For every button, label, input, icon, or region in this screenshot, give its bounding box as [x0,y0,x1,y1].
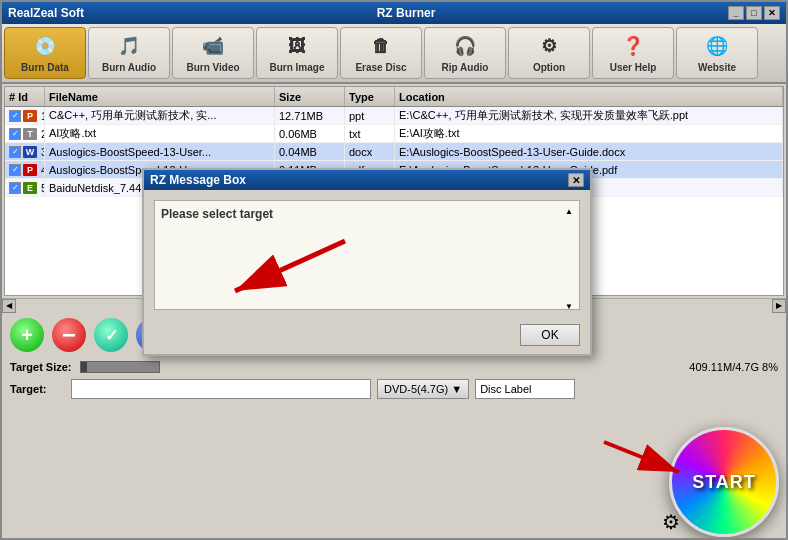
progress-text: 409.11M/4.7G 8% [689,361,778,373]
maximize-button[interactable]: □ [746,6,762,20]
file-icon-doc-3: W [23,146,37,158]
table-row[interactable]: ✓ W 3 Auslogics-BoostSpeed-13-User... 0.… [5,143,783,161]
target-size-label: Target Size: [10,361,72,373]
cell-type-2: txt [345,125,395,142]
col-header-type: Type [345,87,395,106]
burn-audio-icon: 🎵 [114,33,144,59]
file-icon-pdf-4: P [23,164,37,176]
title-bar: RealZeal Soft RZ Burner _ □ ✕ [2,2,786,24]
disc-label-input[interactable] [475,379,575,399]
check-button[interactable]: ✓ [94,318,128,352]
user-help-label: User Help [610,62,657,73]
dialog-title-text: RZ Message Box [150,173,246,187]
row-checkbox-2[interactable]: ✓ [9,128,21,140]
start-button-label: START [692,472,756,493]
cell-location-1: E:\C&C++, 巧用单元测试新技术, 实现开发质量效率飞跃.ppt [395,107,783,124]
dialog-scroll-down[interactable]: ▼ [565,302,573,310]
burn-data-icon: 💿 [30,33,60,59]
cell-filename-3: Auslogics-BoostSpeed-13-User... [45,143,275,160]
burn-image-label: Burn Image [269,62,324,73]
row-checkbox-5[interactable]: ✓ [9,182,21,194]
cell-size-1: 12.71MB [275,107,345,124]
cell-size-2: 0.06MB [275,125,345,142]
add-file-button[interactable]: + [10,318,44,352]
option-button[interactable]: ⚙ Option [508,27,590,79]
dialog-scroll-up[interactable]: ▲ [565,207,573,216]
minimize-button[interactable]: _ [728,6,744,20]
target-label: Target: [10,383,65,395]
cell-id-4: ✓ P 4 [5,161,45,178]
table-row[interactable]: ✓ P 1 C&C++, 巧用单元测试新技术, 实... 12.71MB ppt… [5,107,783,125]
progress-bar-container [80,361,160,373]
user-help-button[interactable]: ❓ User Help [592,27,674,79]
rip-audio-button[interactable]: 🎧 Rip Audio [424,27,506,79]
target-input[interactable] [71,379,371,399]
option-icon: ⚙ [534,33,564,59]
erase-disc-icon: 🗑 [366,33,396,59]
erase-disc-button[interactable]: 🗑 Erase Disc [340,27,422,79]
svg-line-3 [604,442,679,472]
website-label: Website [698,62,736,73]
toolbar: 💿 Burn Data 🎵 Burn Audio 📹 Burn Video 🖼 … [2,24,786,84]
rip-audio-label: Rip Audio [442,62,489,73]
col-header-id: # Id [5,87,45,106]
app-vendor: RealZeal Soft [8,6,84,20]
erase-disc-label: Erase Disc [355,62,406,73]
target-bar: Target: DVD-5(4.7G) ▼ [2,376,786,402]
status-bar: Target Size: 409.11M/4.7G 8% [2,358,786,376]
start-area: START ⚙ [654,412,784,540]
target-dropdown-label: DVD-5(4.7G) ▼ [384,383,462,395]
burn-video-icon: 📹 [198,33,228,59]
row-checkbox-4[interactable]: ✓ [9,164,21,176]
burn-image-button[interactable]: 🖼 Burn Image [256,27,338,79]
file-icon-ppt-1: P [23,110,37,122]
cell-id-5: ✓ E 5 [5,179,45,196]
scroll-right-button[interactable]: ▶ [772,299,786,313]
dialog-close-button[interactable]: ✕ [568,173,584,187]
burn-data-label: Burn Data [21,62,69,73]
dialog-ok-button[interactable]: OK [520,324,580,346]
app-title: RZ Burner [377,6,436,20]
main-content: # Id FileName Size Type Location ✓ P 1 C… [2,86,786,540]
close-window-button[interactable]: ✕ [764,6,780,20]
website-icon: 🌐 [702,33,732,59]
user-help-icon: ❓ [618,33,648,59]
row-checkbox-3[interactable]: ✓ [9,146,21,158]
cell-location-2: E:\AI攻略.txt [395,125,783,142]
burn-image-icon: 🖼 [282,33,312,59]
burn-audio-button[interactable]: 🎵 Burn Audio [88,27,170,79]
progress-bar-fill [81,362,87,372]
dialog-text-area: Please select target ▲ ▼ [154,200,580,310]
scroll-left-button[interactable]: ◀ [2,299,16,313]
burn-data-button[interactable]: 💿 Burn Data [4,27,86,79]
row-checkbox-1[interactable]: ✓ [9,110,21,122]
dialog-arrow-icon [205,231,365,310]
burn-video-button[interactable]: 📹 Burn Video [172,27,254,79]
dialog-footer: OK [144,320,590,354]
remove-file-button[interactable]: − [52,318,86,352]
message-dialog: RZ Message Box ✕ Please select target ▲ [142,168,592,356]
cell-type-3: docx [345,143,395,160]
cell-location-3: E:\Auslogics-BoostSpeed-13-User-Guide.do… [395,143,783,160]
file-icon-exe-5: E [23,182,37,194]
option-label: Option [533,62,565,73]
table-row[interactable]: ✓ T 2 AI攻略.txt 0.06MB txt E:\AI攻略.txt [5,125,783,143]
col-header-filename: FileName [45,87,275,106]
cell-size-3: 0.04MB [275,143,345,160]
website-button[interactable]: 🌐 Website [676,27,758,79]
rip-audio-icon: 🎧 [450,33,480,59]
dialog-body: Please select target ▲ ▼ [144,190,590,320]
start-arrow-icon [594,422,694,482]
dialog-title-bar: RZ Message Box ✕ [144,170,590,190]
burn-video-label: Burn Video [186,62,239,73]
start-icon-decoration: ⚙ [662,510,680,534]
col-header-location: Location [395,87,783,106]
table-header: # Id FileName Size Type Location [5,87,783,107]
svg-line-1 [235,241,345,291]
cell-id-3: ✓ W 3 [5,143,45,160]
target-dropdown-button[interactable]: DVD-5(4.7G) ▼ [377,379,469,399]
cell-type-1: ppt [345,107,395,124]
col-header-size: Size [275,87,345,106]
cell-id-2: ✓ T 2 [5,125,45,142]
cell-filename-1: C&C++, 巧用单元测试新技术, 实... [45,107,275,124]
